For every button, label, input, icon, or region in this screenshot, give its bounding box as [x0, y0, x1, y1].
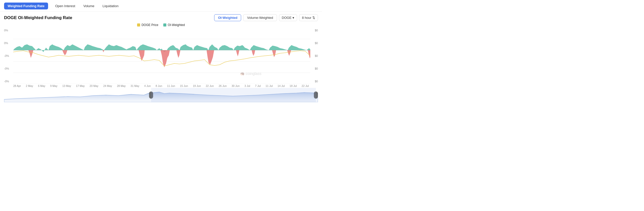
- tab-weighted-funding-rate[interactable]: Weighted Funding Rate: [4, 3, 48, 9]
- mini-chart[interactable]: [0, 88, 322, 102]
- svg-rect-9: [151, 88, 316, 102]
- y-axis-right: $0 $0 $0 $0 $0: [310, 28, 318, 84]
- chevron-updown-icon: ⇅: [312, 16, 315, 20]
- interval-selector[interactable]: 8 hour ⇅: [299, 14, 318, 21]
- tab-open-interest[interactable]: Open Interest: [54, 3, 76, 9]
- main-chart-area: 0% 0% -0% -0% -0% $0 $0 $0 $0 $0: [0, 28, 322, 87]
- header-controls: OI-Weighted Volume-Weighted DOGE ▾ 8 hou…: [214, 14, 318, 21]
- chart-header: DOGE OI-Weighted Funding Rate OI-Weighte…: [0, 12, 322, 23]
- tab-volume[interactable]: Volume: [82, 3, 95, 9]
- top-nav: Weighted Funding Rate Open Interest Volu…: [0, 0, 322, 12]
- chart-svg: 🦔 coinglass: [13, 28, 310, 84]
- x-axis: 28 Apr 2 May 6 May 9 May 13 May 17 May 2…: [4, 84, 318, 87]
- legend-color-oi: [163, 23, 166, 27]
- coin-selector[interactable]: DOGE ▾: [279, 14, 297, 21]
- volume-weighted-button[interactable]: Volume-Weighted: [243, 14, 277, 21]
- svg-text:🦔 coinglass: 🦔 coinglass: [240, 71, 261, 76]
- legend-color-doge: [137, 23, 140, 27]
- chart-title: DOGE OI-Weighted Funding Rate: [4, 15, 72, 20]
- y-axis-left: 0% 0% -0% -0% -0%: [4, 28, 13, 84]
- chart-container: 0% 0% -0% -0% -0% $0 $0 $0 $0 $0: [4, 28, 318, 84]
- chart-legend: DOGE Price OI-Weighted: [0, 23, 322, 28]
- oi-weighted-button[interactable]: OI-Weighted: [214, 14, 241, 21]
- chevron-down-icon: ▾: [292, 16, 294, 20]
- legend-oi-weighted: OI-Weighted: [163, 23, 185, 27]
- legend-doge-price: DOGE Price: [137, 23, 158, 27]
- tab-liquidation[interactable]: Liquidation: [101, 3, 120, 9]
